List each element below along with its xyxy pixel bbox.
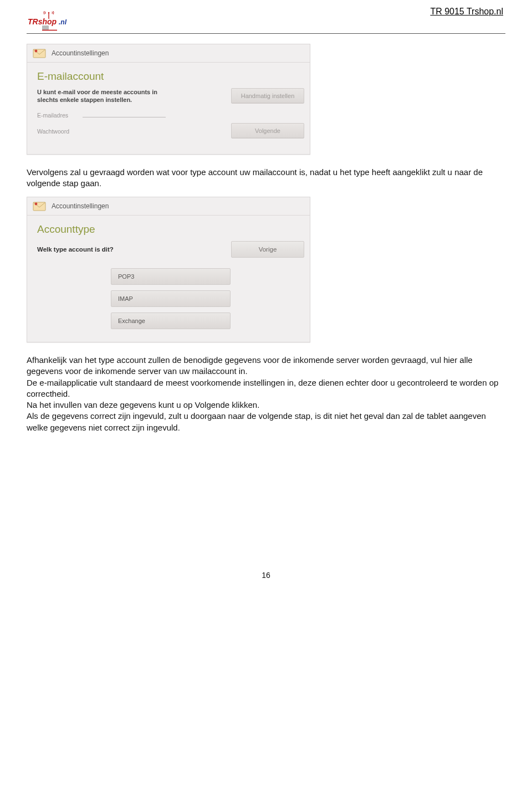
- svg-text:.nl: .nl: [59, 18, 67, 26]
- page: TRshop .nl TR 9015 Trshop.nl Accountinst…: [0, 0, 532, 602]
- header-rule: [27, 33, 505, 34]
- para-2b: De e-mailapplicatie vult standaard de me…: [27, 377, 505, 400]
- shot2-body: Accounttype Welk type account is dit? Vo…: [27, 216, 310, 342]
- account-type-question: Welk type account is dit?: [37, 246, 231, 253]
- para-2c: Na het invullen van deze gegevens kunt u…: [27, 400, 505, 411]
- screenshot-account-type: Accountinstellingen Accounttype Welk typ…: [27, 197, 310, 342]
- shot2-title: Accounttype: [37, 223, 304, 235]
- screenshot-email-account: Accountinstellingen E-mailaccount U kunt…: [27, 44, 310, 155]
- svg-point-7: [35, 50, 38, 53]
- logo-svg: TRshop .nl: [27, 9, 71, 31]
- shot1-header-title: Accountinstellingen: [52, 49, 109, 57]
- email-field[interactable]: [83, 110, 166, 117]
- svg-point-0: [48, 12, 49, 13]
- shot1-header: Accountinstellingen: [27, 44, 310, 63]
- shot1-title: E-mailaccount: [37, 70, 304, 83]
- account-type-exchange[interactable]: Exchange: [111, 313, 231, 329]
- previous-button[interactable]: Vorige: [231, 241, 304, 258]
- svg-text:TRshop: TRshop: [28, 17, 57, 26]
- mail-icon: [33, 201, 46, 212]
- page-number: 16: [27, 571, 505, 580]
- manual-setup-button[interactable]: Handmatig instellen: [231, 88, 304, 104]
- account-type-imap[interactable]: IMAP: [111, 290, 231, 307]
- para-block-2: Afhankelijk van het type account zullen …: [27, 355, 505, 433]
- email-label: E-mailadres: [37, 112, 76, 119]
- doc-header-title: TR 9015 Trshop.nl: [430, 7, 503, 17]
- svg-point-9: [35, 203, 38, 206]
- shot2-header-title: Accountinstellingen: [52, 202, 109, 210]
- mail-icon: [33, 48, 46, 59]
- page-header: TRshop .nl TR 9015 Trshop.nl: [27, 0, 505, 31]
- next-button[interactable]: Volgende: [231, 123, 304, 139]
- para-1: Vervolgens zal u gevraagd worden wat voo…: [27, 167, 505, 190]
- para-2a: Afhankelijk van het type account zullen …: [27, 355, 505, 377]
- password-label: Wachtwoord: [37, 128, 76, 135]
- svg-rect-4: [42, 25, 49, 30]
- logo: TRshop .nl: [27, 9, 71, 31]
- shot1-subtitle: U kunt e-mail voor de meeste accounts in…: [37, 88, 159, 104]
- shot2-header: Accountinstellingen: [27, 197, 310, 216]
- para-2d: Als de gegevens correct zijn ingevuld, z…: [27, 411, 505, 433]
- shot1-body: E-mailaccount U kunt e-mail voor de mees…: [27, 63, 310, 154]
- account-type-pop3[interactable]: POP3: [111, 268, 231, 285]
